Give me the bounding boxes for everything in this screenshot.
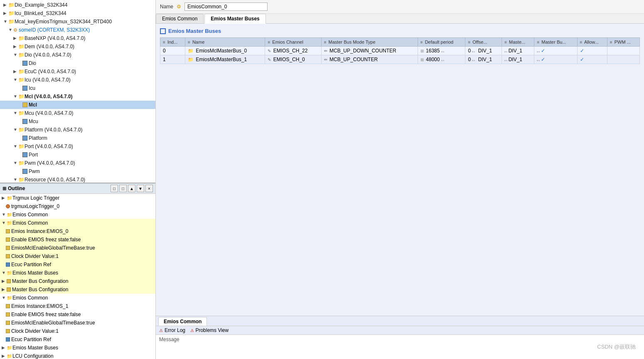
outline-item-emios-master-buses-grp[interactable]: 📁 Emios Master Buses bbox=[0, 269, 155, 277]
chevron-down-icon[interactable] bbox=[3, 18, 7, 25]
outline-item-enable-emios[interactable]: Enable EMIOS freez state:false bbox=[0, 235, 155, 244]
bottom-tab-bar: Emios Common bbox=[156, 316, 644, 326]
chevron-down-icon[interactable] bbox=[8, 26, 12, 34]
tree-item-resource[interactable]: 📁 Resource (V4.0.0, AS4.7.0) bbox=[0, 176, 155, 183]
outline-down-btn[interactable]: ▼ bbox=[137, 185, 144, 192]
tree-item-pwm[interactable]: 📁 Pwm (V4.0.0, AS4.7.0) bbox=[0, 159, 155, 167]
tree-item-icu[interactable]: 📁 Icu (V4.0.0, AS4.7.0) bbox=[0, 76, 155, 84]
chevron-right-icon[interactable] bbox=[3, 1, 7, 9]
outline-item-enable-emios2[interactable]: Enable EMIOS freez state:false bbox=[0, 310, 155, 319]
problems-view-tab[interactable]: ⚠ Problems View bbox=[190, 327, 229, 333]
outline-item-lcu-config[interactable]: 📁 LCU Configuration bbox=[0, 352, 155, 359]
db-icon: ⊞ bbox=[420, 49, 424, 53]
outline-item-trgmux-0[interactable]: trgmuxLogicTrigger_0 bbox=[0, 202, 155, 210]
outline-item-emios-common-sub[interactable]: 📁 Emios Common bbox=[0, 219, 155, 227]
col-header-master1: ≡ Maste... bbox=[502, 38, 534, 47]
chevron-down-icon[interactable] bbox=[2, 294, 6, 302]
tree-item-port-child[interactable]: Port bbox=[0, 151, 155, 159]
chevron-down-icon[interactable] bbox=[13, 109, 17, 117]
chevron-down-icon[interactable] bbox=[13, 93, 17, 100]
tree-item-ecuc[interactable]: 📁 EcuC (V4.0.0, AS4.7.0) bbox=[0, 67, 155, 76]
tree-item-baseNXP[interactable]: 📁 BaseNXP (V4.0.0, AS4.7.0) bbox=[0, 34, 155, 42]
content-area: Emios Master Buses ≡ Ind... ≡ Name bbox=[156, 24, 644, 316]
chevron-down-icon[interactable] bbox=[2, 211, 6, 218]
outline-item-ecuc-partition-ref[interactable]: Ecuc Partition Ref bbox=[0, 260, 155, 269]
outline-item-emios-common-grp2[interactable]: 📁 Emios Common bbox=[0, 294, 155, 302]
tree-item-mcl-child[interactable]: Mcl bbox=[0, 101, 155, 109]
outline-item-label: Master Bus Configuration bbox=[12, 277, 68, 285]
outline-item-clock-divider2[interactable]: Clock Divider Value:1 bbox=[0, 327, 155, 335]
tree-item-dio-example[interactable]: 📁 Dio_Example_S32K344 bbox=[0, 1, 155, 9]
tree-item-label: Platform bbox=[29, 134, 47, 142]
outline-item-emios-master-buses-grp2[interactable]: 📁 Emios Master Buses bbox=[0, 344, 155, 352]
tree-item-label: Platform (V4.0.0, AS4.7.0) bbox=[25, 126, 82, 134]
outline-item-global-timebase2[interactable]: EmiosMclEnableGlobalTimeBase:true bbox=[0, 319, 155, 327]
chevron-right-icon[interactable] bbox=[13, 43, 17, 50]
error-log-tab[interactable]: Error Log bbox=[165, 327, 185, 333]
chevron-down-icon[interactable] bbox=[13, 143, 17, 150]
chevron-down-icon[interactable] bbox=[13, 126, 17, 134]
outline-item-emios-common-grp[interactable]: 📁 Emios Common bbox=[0, 210, 155, 219]
outline-item-master-bus-config-1[interactable]: Master Bus Configuration bbox=[0, 285, 155, 294]
chevron-down-icon[interactable] bbox=[13, 176, 17, 183]
outline-item-clock-divider[interactable]: Clock Divider Value:1 bbox=[0, 252, 155, 260]
table-row[interactable]: 1 📁 EmiosMclMasterBus_1 ✎ EMIOS_CH_0 ✏ M… bbox=[160, 55, 640, 64]
chevron-down-icon[interactable] bbox=[2, 219, 6, 227]
tree-item-pwm-child[interactable]: Pwm bbox=[0, 167, 155, 176]
tree-item-mcl[interactable]: 📁 Mcl (V4.0.0, AS4.7.0) bbox=[0, 92, 155, 101]
tree-item-lcu-blink[interactable]: 📁 Icu_BlinkLed_S32K344 bbox=[0, 9, 155, 17]
outline-item-label: EmiosMclEnableGlobalTimeBase:true bbox=[11, 319, 95, 327]
outline-item-emios-instance[interactable]: Emios Instance:EMIOS_0 bbox=[0, 227, 155, 235]
outline-item-emios-instance2[interactable]: Emios Instance:EMIOS_1 bbox=[0, 302, 155, 310]
outline-item-master-bus-config-0[interactable]: Master Bus Configuration bbox=[0, 277, 155, 285]
tab-emios-common[interactable]: Emios Common bbox=[156, 14, 204, 23]
outline-up-btn[interactable]: ▲ bbox=[128, 185, 135, 192]
outline-item-trgmux[interactable]: 📁 Trgmux Logic Trigger bbox=[0, 194, 155, 202]
bottom-tab-emios-common[interactable]: Emios Common bbox=[158, 317, 207, 326]
outline-item-label: Ecuc Partition Ref bbox=[11, 336, 51, 343]
tree-item-port[interactable]: 📁 Port (V4.0.0, AS4.7.0) bbox=[0, 142, 155, 151]
chevron-right-icon[interactable] bbox=[2, 344, 6, 352]
tree-item-someID[interactable]: ⚙ someID (CORTEXM, S32K3XX) bbox=[0, 26, 155, 34]
unit-label: ₑₛ bbox=[441, 58, 444, 62]
outline-close-btn[interactable]: × bbox=[145, 185, 153, 192]
outline-collapse-btn[interactable]: □ bbox=[111, 185, 118, 192]
tab-emios-master-buses[interactable]: Emios Master Buses bbox=[204, 14, 265, 24]
section-icon bbox=[160, 28, 166, 34]
tree-item-mcu-child[interactable]: Mcu bbox=[0, 117, 155, 126]
tree-item-label: Port (V4.0.0, AS4.7.0) bbox=[25, 143, 73, 150]
cell-master-bu-1: ₑₛ ✓ bbox=[534, 55, 577, 64]
tree-item-platform[interactable]: 📁 Platform (V4.0.0, AS4.7.0) bbox=[0, 126, 155, 134]
outline-item-label: Ecuc Partition Ref bbox=[11, 261, 51, 268]
tree-item-label: Resource (V4.0.0, AS4.7.0) bbox=[25, 176, 85, 183]
tree-item-mcu[interactable]: 📁 Mcu (V4.0.0, AS4.7.0) bbox=[0, 109, 155, 117]
outline-item-label: Emios Instance:EMIOS_1 bbox=[11, 302, 68, 310]
col-header-name: ≡ Name bbox=[185, 38, 265, 47]
chevron-right-icon[interactable] bbox=[2, 286, 6, 293]
col-header-pwm: ≡ PWM ... bbox=[607, 38, 639, 47]
tree-item-dio-v4[interactable]: 📁 Dio (V4.0.0, AS4.7.0) bbox=[0, 51, 155, 59]
tree-panel[interactable]: 📁 Dio_Example_S32K344 📁 Icu_BlinkLed_S32… bbox=[0, 0, 155, 183]
chevron-down-icon[interactable] bbox=[2, 269, 6, 277]
chevron-down-icon[interactable] bbox=[13, 76, 17, 84]
chevron-right-icon[interactable] bbox=[13, 35, 17, 42]
chevron-down-icon[interactable] bbox=[13, 51, 17, 59]
tree-item-mcal-key[interactable]: 📁 Mcal_keyEmiosTrigmux_S32K344_RTD400 bbox=[0, 17, 155, 26]
outline-expand-btn[interactable]: □ bbox=[119, 185, 127, 192]
table-row[interactable]: 0 📁 EmiosMclMasterBus_0 ✎ EMIOS_CH_22 ✏ … bbox=[160, 47, 640, 55]
chevron-right-icon[interactable] bbox=[3, 10, 7, 17]
watermark: CSDN @嵌联驰 bbox=[597, 343, 636, 351]
tree-item-dem[interactable]: 📁 Dem (V4.0.0, AS4.7.0) bbox=[0, 42, 155, 51]
tree-item-icu-child[interactable]: Icu bbox=[0, 84, 155, 92]
tree-item-dio-child[interactable]: Dio bbox=[0, 59, 155, 67]
outline-item-ecuc-partition-ref2[interactable]: Ecuc Partition Ref bbox=[0, 335, 155, 344]
chevron-right-icon[interactable] bbox=[2, 352, 6, 359]
chevron-right-icon[interactable] bbox=[13, 68, 17, 75]
chevron-right-icon[interactable] bbox=[2, 277, 6, 285]
outline-item-global-timebase[interactable]: EmiosMclEnableGlobalTimeBase:true bbox=[0, 244, 155, 252]
tree-item-platform-child[interactable]: Platform bbox=[0, 134, 155, 142]
chevron-right-icon[interactable] bbox=[2, 194, 6, 202]
tree-item-label: Dio_Example_S32K344 bbox=[15, 1, 67, 9]
name-input[interactable] bbox=[184, 2, 268, 11]
chevron-down-icon[interactable] bbox=[13, 159, 17, 167]
